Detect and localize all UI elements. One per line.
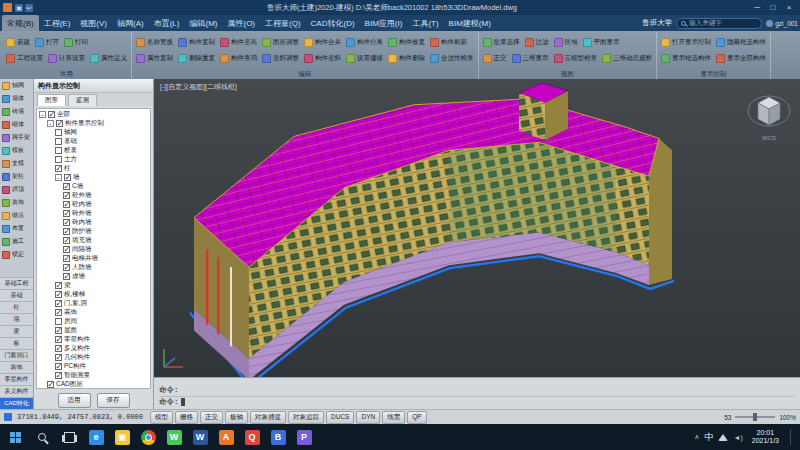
menu-tab-3[interactable]: 轴网(A) (112, 15, 149, 31)
command-line[interactable]: 命令: 命令: (154, 377, 800, 409)
building-model[interactable] (154, 79, 800, 377)
start-button[interactable] (2, 424, 28, 450)
status-toggle-0[interactable]: 模型 (150, 411, 173, 424)
view-cube[interactable]: WCS (746, 93, 792, 145)
tool-button-5[interactable]: 模板 (0, 144, 33, 157)
tree-checkbox[interactable] (55, 372, 62, 379)
tree-checkbox[interactable] (63, 273, 70, 280)
status-toggle-8[interactable]: 线宽 (382, 411, 405, 424)
ribbon-button[interactable]: 构件查询 (218, 52, 259, 65)
hidden-icons-chevron[interactable]: ∧ (694, 433, 699, 441)
tree-row-8[interactable]: C墙 (39, 182, 150, 191)
command-input-line[interactable]: 命令: (159, 396, 795, 407)
ribbon-button[interactable]: 计算设置 (46, 52, 87, 65)
tree-checkbox[interactable] (55, 345, 62, 352)
tree-checkbox[interactable] (56, 120, 63, 127)
tree-expander-icon[interactable]: - (55, 174, 62, 181)
tree-checkbox[interactable] (63, 201, 70, 208)
tree-row-15[interactable]: 间隔墙 (39, 245, 150, 254)
tree-row-30[interactable]: CAD图层 (39, 380, 150, 389)
ribbon-button[interactable]: 云模型检查 (552, 52, 600, 65)
ribbon-button[interactable]: 合法性检查 (428, 52, 476, 65)
tree-checkbox[interactable] (63, 219, 70, 226)
ribbon-button[interactable]: 构件合并 (302, 36, 343, 49)
menu-tab-6[interactable]: 属性(O) (222, 15, 260, 31)
menu-tab-8[interactable]: CAD转化(D) (306, 15, 360, 31)
menu-tab-1[interactable]: 工程(E) (39, 15, 76, 31)
taskbar-app-qq[interactable]: Q (239, 424, 265, 450)
ribbon-button[interactable]: 过滤 (523, 36, 551, 49)
tree-checkbox[interactable] (55, 156, 62, 163)
tool-button-3[interactable]: 砌体 (0, 118, 33, 131)
tree-checkbox[interactable] (55, 147, 62, 154)
menu-tab-10[interactable]: 工具(T) (407, 15, 443, 31)
ribbon-button[interactable]: 显示框选构件 (659, 52, 713, 65)
tree-row-9[interactable]: 砼外墙 (39, 191, 150, 200)
ribbon-button[interactable]: 变斜调整 (260, 52, 301, 65)
ribbon-button[interactable]: 构件刷新 (428, 36, 469, 49)
menu-tab-9[interactable]: BIM应用(I) (360, 15, 408, 31)
tree-checkbox[interactable] (55, 282, 62, 289)
tree-row-1[interactable]: -构件显示控制 (39, 119, 150, 128)
tree-row-17[interactable]: 人防墙 (39, 263, 150, 272)
taskbar-app-chrome[interactable] (135, 424, 161, 450)
status-toggle-2[interactable]: 正交 (200, 411, 223, 424)
viewport-label[interactable]: [-][自定义视图][二维线框] (160, 82, 237, 92)
ribbon-button[interactable]: 图层调整 (260, 36, 301, 49)
ribbon-button[interactable]: 三维动态观察 (600, 52, 654, 65)
tree-row-3[interactable]: 基础 (39, 137, 150, 146)
tree-row-22[interactable]: 装饰 (39, 308, 150, 317)
tree-row-6[interactable]: 柱 (39, 164, 150, 173)
ribbon-button[interactable]: 批量选择 (481, 36, 522, 49)
status-toggle-6[interactable]: DUCS (326, 411, 354, 424)
tree-checkbox[interactable] (55, 165, 62, 172)
zoom-slider[interactable] (735, 416, 775, 418)
undo-icon[interactable]: ↩ (25, 4, 33, 12)
zoom-slider-knob[interactable] (753, 413, 757, 421)
menu-tab-2[interactable]: 视图(V) (75, 15, 112, 31)
ribbon-button[interactable]: 构件修复 (386, 36, 427, 49)
task-view-button[interactable] (56, 424, 82, 450)
tree-checkbox[interactable] (63, 246, 70, 253)
tree-row-10[interactable]: 砼内墙 (39, 200, 150, 209)
ribbon-button[interactable]: 新建 (4, 36, 32, 49)
ribbon-button[interactable]: 设置偏移 (344, 52, 385, 65)
tree-row-11[interactable]: 砖外墙 (39, 209, 150, 218)
tree-checkbox[interactable] (63, 192, 70, 199)
tree-checkbox[interactable] (55, 291, 62, 298)
user-account[interactable]: gzl_001 (766, 20, 798, 27)
close-button[interactable]: × (781, 1, 797, 14)
tree-row-7[interactable]: -墙 (39, 173, 150, 182)
tool-button-6[interactable]: 支模 (0, 157, 33, 170)
tree-checkbox[interactable] (63, 237, 70, 244)
taskbar-app-word[interactable]: W (187, 424, 213, 450)
ribbon-button[interactable]: 打印 (62, 36, 90, 49)
menu-tab-7[interactable]: 工程量(Q) (260, 15, 306, 31)
menu-tab-11[interactable]: BIM建模(M) (444, 15, 496, 31)
ribbon-button[interactable]: 平面显示 (581, 36, 622, 49)
tree-checkbox[interactable] (55, 318, 62, 325)
ribbon-button[interactable]: 构件分离 (344, 36, 385, 49)
ribbon-button[interactable]: 区域 (552, 36, 580, 49)
tree-expander-icon[interactable]: - (39, 111, 46, 118)
tree-checkbox[interactable] (55, 327, 62, 334)
taskbar-search-button[interactable] (29, 424, 55, 450)
tool-button-9[interactable]: 装饰 (0, 196, 33, 209)
tree-row-2[interactable]: 轴网 (39, 128, 150, 137)
category-tab-8[interactable]: 零星构件 (0, 373, 33, 385)
search-input[interactable]: 输入关键字 (676, 18, 762, 29)
tool-button-7[interactable]: 架柱 (0, 170, 33, 183)
tree-checkbox[interactable] (55, 309, 62, 316)
tree-checkbox[interactable] (55, 354, 62, 361)
tree-checkbox[interactable] (64, 174, 71, 181)
ribbon-button[interactable]: 删除重复 (176, 52, 217, 65)
taskbar-app-app-blue[interactable]: B (265, 424, 291, 450)
maximize-button[interactable]: □ (765, 1, 781, 14)
taskbar-app-app-purple[interactable]: P (291, 424, 317, 450)
save-icon[interactable]: ▣ (15, 4, 23, 12)
taskbar-app-edge[interactable]: e (83, 424, 109, 450)
category-tab-0[interactable]: 基础工程 (0, 277, 33, 289)
ribbon-button[interactable]: 打开显示控制 (659, 36, 713, 49)
tree-expander-icon[interactable]: - (47, 120, 54, 127)
ribbon-button[interactable]: 属性定义 (88, 52, 129, 65)
